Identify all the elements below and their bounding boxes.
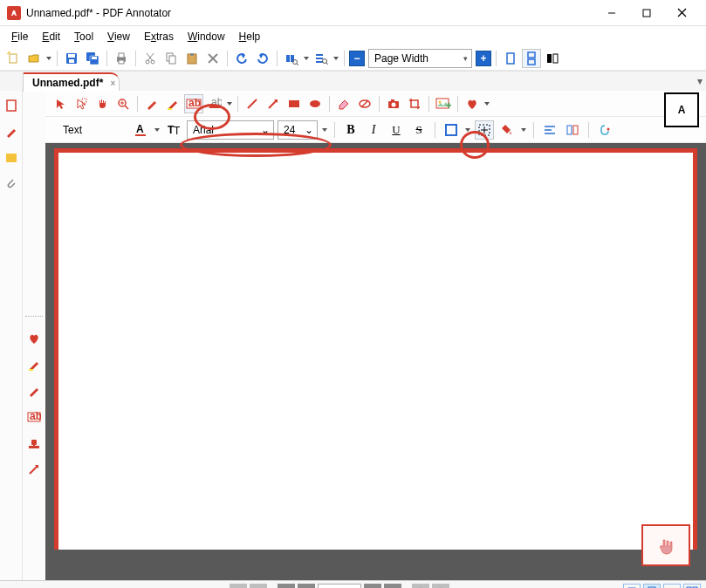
last-page-button[interactable]: ▸| — [384, 584, 401, 588]
menu-help[interactable]: Help — [233, 29, 267, 44]
image-tool[interactable]: + — [434, 94, 453, 113]
tabstrip-menu-icon[interactable]: ▾ — [697, 75, 703, 87]
whiteout-tool[interactable] — [355, 94, 374, 113]
open-button[interactable] — [24, 49, 44, 68]
pen-tool[interactable] — [142, 94, 161, 113]
layout-two-page-button[interactable] — [543, 49, 562, 68]
eraser-tool[interactable] — [334, 94, 353, 113]
view-two-page-button[interactable] — [663, 584, 681, 588]
text-dropdown[interactable] — [226, 102, 233, 106]
font-color-dropdown[interactable] — [154, 128, 161, 132]
maximize-button[interactable] — [629, 0, 664, 26]
fill-dropdown[interactable] — [520, 128, 527, 132]
next-page-button[interactable]: ▸ — [364, 584, 381, 588]
select-tool[interactable] — [51, 94, 70, 113]
pan-tool[interactable] — [93, 94, 112, 113]
highlighter-tool-icon[interactable] — [26, 357, 42, 373]
border-button[interactable] — [442, 120, 461, 140]
menu-extras[interactable]: Extras — [138, 29, 180, 44]
strikethrough-button[interactable]: S — [409, 120, 428, 140]
snapshot-tool[interactable] — [384, 94, 403, 113]
open-dropdown[interactable] — [45, 57, 52, 60]
crop-tool[interactable] — [405, 94, 424, 113]
lock-button[interactable] — [595, 120, 614, 140]
favorite-dropdown[interactable] — [483, 102, 490, 106]
save-all-button[interactable] — [83, 49, 102, 68]
align-button[interactable] — [540, 120, 559, 140]
font-color-button[interactable]: A — [131, 120, 150, 140]
search-button[interactable] — [312, 49, 331, 68]
fill-color-button[interactable] — [497, 120, 517, 140]
font-size-dropdown[interactable] — [321, 128, 328, 132]
page-number-field[interactable]: 1 of 1 — [318, 584, 361, 588]
document-canvas[interactable] — [45, 143, 706, 580]
save-button[interactable] — [62, 49, 81, 68]
svg-line-58 — [269, 100, 277, 108]
text-tool-icon[interactable]: ab — [26, 409, 42, 425]
favorites-tool-icon[interactable] — [26, 331, 42, 346]
marker-tool[interactable] — [163, 94, 182, 113]
layout-continuous-button[interactable] — [522, 49, 541, 68]
find-dropdown[interactable] — [303, 57, 310, 60]
nav-forward-button[interactable] — [432, 584, 449, 588]
italic-button[interactable]: I — [364, 120, 383, 140]
rotate-left-button[interactable] — [230, 584, 247, 588]
tab-close-icon[interactable]: × — [111, 79, 116, 88]
copy-button[interactable] — [161, 49, 181, 68]
find-button[interactable] — [282, 49, 301, 68]
menu-tool[interactable]: Tool — [68, 29, 99, 44]
nav-back-button[interactable] — [412, 584, 429, 588]
font-family-select[interactable]: Arial ⌄ — [187, 120, 274, 140]
view-single-button[interactable] — [623, 584, 641, 588]
menu-window[interactable]: Window — [182, 29, 231, 44]
menu-edit[interactable]: Edit — [36, 29, 66, 44]
underline-tool[interactable]: ab — [205, 94, 224, 113]
delete-button[interactable] — [203, 49, 223, 68]
page-1[interactable] — [54, 148, 697, 550]
cut-button[interactable] — [141, 49, 160, 68]
paste-button[interactable] — [182, 49, 202, 68]
rotate-right-button[interactable] — [250, 584, 267, 588]
layout-single-button[interactable] — [501, 49, 520, 68]
favorite-tool[interactable] — [463, 94, 482, 113]
close-button[interactable] — [664, 0, 699, 26]
notes-panel-icon[interactable] — [3, 150, 19, 166]
pages-panel-icon[interactable] — [3, 98, 19, 113]
stamp-tool-icon[interactable] — [26, 435, 42, 451]
font-style-button[interactable]: TT — [164, 120, 183, 140]
ellipse-tool[interactable] — [305, 94, 325, 113]
text-box-tool[interactable]: ab| — [184, 94, 203, 113]
menu-view[interactable]: View — [101, 29, 136, 44]
view-continuous-button[interactable] — [643, 584, 661, 588]
pen-panel-icon[interactable] — [3, 124, 19, 140]
menu-file[interactable]: File — [5, 29, 34, 44]
undo-button[interactable] — [232, 49, 251, 68]
fit-box-button[interactable] — [475, 120, 494, 140]
bold-button[interactable]: B — [341, 120, 360, 140]
zoom-select[interactable]: Page Width ▾ — [368, 49, 472, 68]
print-button[interactable] — [112, 49, 131, 68]
line-tool[interactable] — [243, 94, 262, 113]
pencil-tool-icon[interactable] — [26, 383, 42, 399]
new-button[interactable] — [3, 49, 23, 68]
zoom-tool[interactable] — [113, 94, 133, 113]
spacing-button[interactable] — [563, 120, 582, 140]
font-size-select[interactable]: 24 ⌄ — [278, 120, 318, 140]
underline-button[interactable]: U — [387, 120, 406, 140]
prev-page-button[interactable]: ◂ — [298, 584, 315, 588]
view-two-continuous-button[interactable] — [683, 584, 701, 588]
rectangle-tool[interactable] — [284, 94, 304, 113]
search-dropdown[interactable] — [332, 57, 339, 60]
document-tab[interactable]: Unnamed.pdf* × — [23, 72, 120, 92]
first-page-button[interactable]: |◂ — [278, 584, 295, 588]
touch-hint-box[interactable] — [641, 524, 690, 566]
attachments-panel-icon[interactable] — [3, 176, 19, 192]
lasso-tool[interactable] — [72, 94, 91, 113]
redo-button[interactable] — [253, 49, 272, 68]
zoom-out-button[interactable]: − — [349, 51, 365, 66]
zoom-in-button[interactable]: + — [476, 51, 491, 66]
border-dropdown[interactable] — [464, 128, 471, 132]
minimize-button[interactable] — [594, 0, 629, 26]
arrow-tool-icon[interactable] — [26, 462, 42, 477]
arrow-shape-tool[interactable] — [264, 94, 283, 113]
